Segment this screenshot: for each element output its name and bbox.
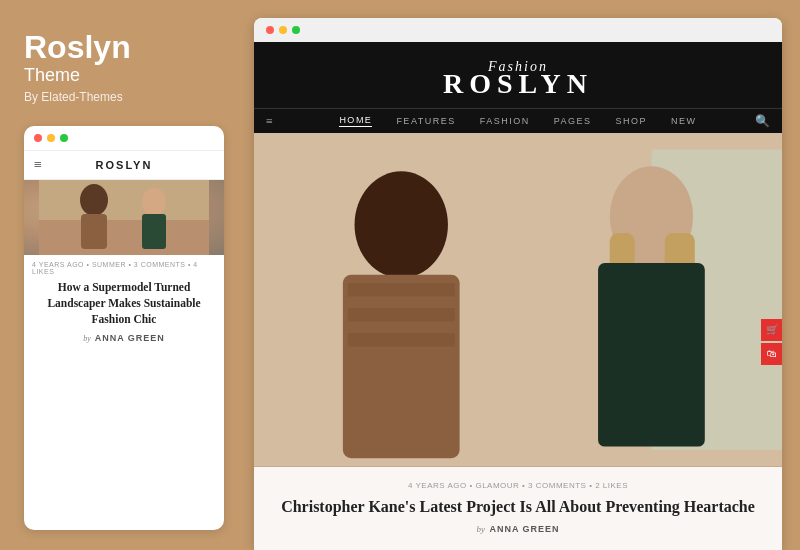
svg-rect-3 bbox=[81, 214, 107, 249]
svg-rect-5 bbox=[142, 214, 166, 249]
dot-green-desktop bbox=[292, 26, 300, 34]
wishlist-button[interactable]: 🛍 bbox=[761, 343, 782, 365]
desktop-logo: Fashion ROSLYN bbox=[254, 60, 782, 98]
nav-item-features[interactable]: FEATURES bbox=[396, 116, 455, 126]
mobile-article-image bbox=[24, 180, 224, 255]
hamburger-icon[interactable]: ≡ bbox=[34, 157, 42, 173]
cart-button[interactable]: 🛒 bbox=[761, 319, 782, 341]
brand-title: Roslyn bbox=[24, 30, 224, 65]
desktop-article-title: Christopher Kane's Latest Project Is All… bbox=[274, 496, 762, 518]
svg-point-2 bbox=[80, 184, 108, 216]
cart-icon-area: 🛒 🛍 bbox=[761, 319, 782, 365]
desktop-site-header: Fashion ROSLYN bbox=[254, 42, 782, 108]
desktop-hero-image: 4 YEARS AGO • GLAMOUR • 3 COMMENTS • 2 L… bbox=[254, 133, 782, 550]
desktop-logo-main: ROSLYN bbox=[443, 68, 593, 99]
desktop-article-overlay: 4 YEARS AGO • GLAMOUR • 3 COMMENTS • 2 L… bbox=[254, 467, 782, 550]
nav-item-new[interactable]: NEW bbox=[671, 116, 697, 126]
mobile-article-meta: 4 YEARS AGO • SUMMER • 3 COMMENTS • 4 LI… bbox=[24, 255, 224, 277]
mobile-top-bar bbox=[24, 126, 224, 150]
desktop-nav: ≡ HOME FEATURES FASHION PAGES SHOP NEW 🔍 bbox=[254, 108, 782, 133]
mobile-article-author: by ANNA GREEN bbox=[24, 331, 224, 351]
desktop-top-bar bbox=[254, 18, 782, 42]
mobile-author-prefix: by bbox=[83, 334, 91, 343]
brand-by: By Elated-Themes bbox=[24, 90, 224, 104]
desktop-article-meta: 4 YEARS AGO • GLAMOUR • 3 COMMENTS • 2 L… bbox=[274, 481, 762, 490]
left-panel: Roslyn Theme By Elated-Themes ≡ ROSLYN bbox=[0, 0, 248, 550]
desktop-author-name: ANNA GREEN bbox=[489, 524, 559, 534]
nav-item-fashion[interactable]: FASHION bbox=[480, 116, 530, 126]
dot-red bbox=[34, 134, 42, 142]
svg-rect-13 bbox=[348, 283, 455, 296]
svg-point-11 bbox=[355, 171, 448, 278]
svg-rect-12 bbox=[343, 275, 460, 458]
mobile-article-image-inner bbox=[24, 180, 224, 255]
hamburger-icon-desktop[interactable]: ≡ bbox=[266, 114, 273, 129]
svg-rect-19 bbox=[598, 263, 705, 446]
nav-item-pages[interactable]: PAGES bbox=[554, 116, 592, 126]
mobile-article-title: How a Supermodel Turned Landscaper Makes… bbox=[24, 277, 224, 331]
dot-yellow bbox=[47, 134, 55, 142]
mobile-author-name: ANNA GREEN bbox=[95, 333, 165, 343]
right-panel: Fashion ROSLYN ≡ HOME FEATURES FASHION P… bbox=[254, 18, 782, 550]
svg-rect-15 bbox=[348, 333, 455, 346]
brand-subtitle: Theme bbox=[24, 65, 224, 86]
dot-red-desktop bbox=[266, 26, 274, 34]
svg-rect-14 bbox=[348, 308, 455, 321]
mobile-logo: ROSLYN bbox=[96, 159, 153, 171]
svg-point-4 bbox=[142, 188, 166, 216]
dot-green bbox=[60, 134, 68, 142]
desktop-main: 4 YEARS AGO • GLAMOUR • 3 COMMENTS • 2 L… bbox=[254, 133, 782, 550]
mobile-hero-illustration bbox=[39, 180, 209, 255]
dot-yellow-desktop bbox=[279, 26, 287, 34]
nav-item-home[interactable]: HOME bbox=[339, 115, 372, 127]
mobile-nav: ≡ ROSLYN bbox=[24, 150, 224, 180]
svg-rect-1 bbox=[39, 220, 209, 255]
desktop-article-author: by ANNA GREEN bbox=[274, 524, 762, 534]
mobile-preview-card: ≡ ROSLYN 4 YEARS AGO • SUMMER • 3 C bbox=[24, 126, 224, 530]
search-icon[interactable]: 🔍 bbox=[755, 114, 770, 129]
desktop-author-prefix: by bbox=[476, 524, 485, 534]
nav-item-shop[interactable]: SHOP bbox=[616, 116, 648, 126]
